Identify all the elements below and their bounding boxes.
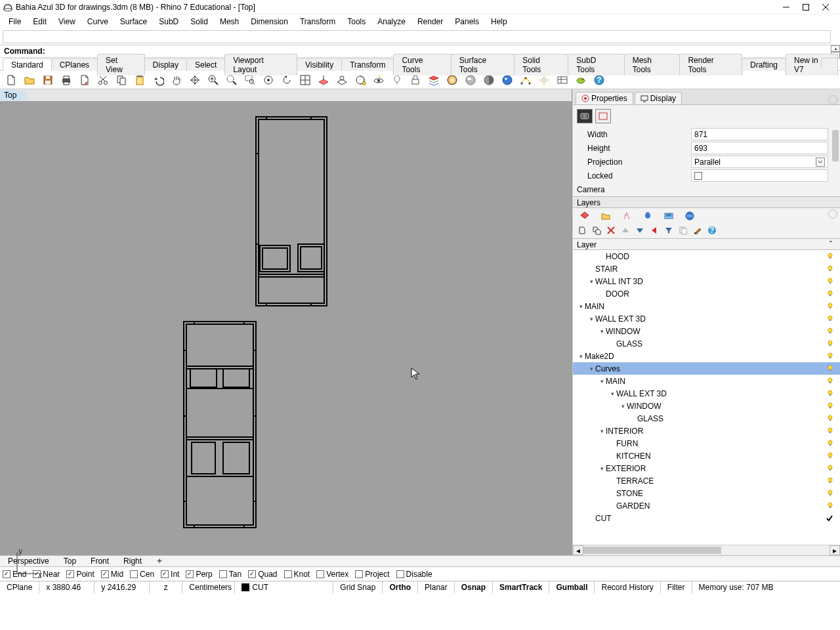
osnap-mid[interactable]: Mid <box>101 570 123 579</box>
checkbox-icon[interactable] <box>161 570 169 578</box>
lightbulb-icon[interactable] <box>827 464 833 473</box>
movedown-icon[interactable] <box>635 225 645 236</box>
lightbulb-icon[interactable] <box>827 439 833 448</box>
layer-row[interactable]: ▾WALL EXT 3D <box>573 312 840 325</box>
layer-row[interactable]: ▾MAIN <box>573 300 840 312</box>
layer-row[interactable]: DOOR <box>573 287 840 300</box>
tab-viewportlayout[interactable]: Viewport Layout <box>224 54 297 75</box>
osnap-int[interactable]: Int <box>161 570 179 579</box>
new-icon[interactable] <box>4 73 18 87</box>
viewport-properties-icon[interactable] <box>577 109 593 123</box>
menu-surface[interactable]: Surface <box>114 16 153 28</box>
osnap-vertex[interactable]: Vertex <box>316 570 348 579</box>
tab-solidtools[interactable]: Solid Tools <box>514 54 568 75</box>
checkbox-icon[interactable] <box>396 570 404 578</box>
status-gumball[interactable]: Gumball <box>549 581 595 593</box>
4view-icon[interactable] <box>298 73 312 87</box>
viewtab-top[interactable]: Top <box>58 556 81 566</box>
checkbox-icon[interactable] <box>186 570 194 578</box>
viewport-dropdown-icon[interactable] <box>19 91 27 99</box>
prop-projection-select[interactable]: Parallel <box>691 156 828 168</box>
tab-cplanes[interactable]: CPlanes <box>51 58 98 71</box>
layer-row[interactable]: ▾Make2D <box>573 350 840 362</box>
checkbox-icon[interactable] <box>284 570 292 578</box>
twisty-icon[interactable]: ▾ <box>598 428 606 434</box>
named-view-icon[interactable] <box>353 73 368 87</box>
filter-icon[interactable] <box>663 225 674 236</box>
viewtab-front[interactable]: Front <box>85 556 114 566</box>
panel-options-icon[interactable] <box>828 95 837 104</box>
panel-tab-properties[interactable]: Properties <box>576 92 633 104</box>
worksession-icon[interactable] <box>77 73 92 87</box>
lightbulb-icon[interactable] <box>827 327 833 336</box>
lightbulb-icon[interactable] <box>827 252 833 261</box>
layers-list[interactable]: HOODSTAIR▾WALL INT 3DDOOR▾MAIN▾WALL EXT … <box>573 250 840 545</box>
osnap-project[interactable]: Project <box>355 570 389 579</box>
layer-row[interactable]: STAIR <box>573 262 840 275</box>
copy-layer-icon[interactable] <box>678 225 688 236</box>
twisty-icon[interactable]: ▾ <box>587 316 595 322</box>
menu-help[interactable]: Help <box>485 16 513 28</box>
menu-edit[interactable]: Edit <box>27 16 52 28</box>
menu-transform[interactable]: Transform <box>294 16 341 28</box>
gear-icon[interactable] <box>821 58 838 68</box>
menu-file[interactable]: File <box>3 16 27 28</box>
tab-visibility[interactable]: Visibility <box>297 58 342 71</box>
twisty-icon[interactable]: ▾ <box>598 328 606 335</box>
layer-material-icon[interactable] <box>621 211 632 221</box>
osnap-perp[interactable]: Perp <box>186 570 212 579</box>
status-cplane[interactable]: CPlane <box>0 581 39 593</box>
command-history[interactable] <box>3 30 831 43</box>
pan-icon[interactable] <box>169 73 184 87</box>
menu-tools[interactable]: Tools <box>341 16 371 28</box>
scroll-right-icon[interactable]: ▸ <box>830 545 840 555</box>
layer-row[interactable]: KITCHEN <box>573 450 840 462</box>
status-filter[interactable]: Filter <box>661 581 692 593</box>
tab-display[interactable]: Display <box>144 58 187 71</box>
twisty-icon[interactable]: ▾ <box>598 465 606 472</box>
checkbox-icon[interactable] <box>101 570 109 578</box>
lightbulb-icon[interactable] <box>827 314 833 324</box>
status-record[interactable]: Record History <box>595 581 660 593</box>
osnap-disable[interactable]: Disable <box>396 570 432 579</box>
lightbulb-icon[interactable] <box>827 377 833 386</box>
lightbulb-icon[interactable] <box>827 427 833 436</box>
checkbox-icon[interactable] <box>355 570 363 578</box>
layer-row[interactable]: GLASS <box>573 337 840 350</box>
checkbox-icon[interactable] <box>66 570 74 578</box>
osnap-quad[interactable]: Quad <box>248 570 277 579</box>
tab-surfacetools[interactable]: Surface Tools <box>451 54 515 75</box>
tab-rendertools[interactable]: Render Tools <box>679 54 742 75</box>
layer-row[interactable]: ▾WINDOW <box>573 400 840 412</box>
lightbulb-icon[interactable] <box>827 452 833 461</box>
lightbulb-icon[interactable] <box>827 501 833 511</box>
checkbox-icon[interactable] <box>3 570 10 578</box>
checkbox-icon[interactable] <box>248 570 256 578</box>
lightbulb-icon[interactable] <box>827 277 833 286</box>
lightbulb-icon[interactable] <box>827 364 833 373</box>
lightbulb-icon[interactable] <box>827 264 833 274</box>
menu-subd[interactable]: SubD <box>153 16 184 28</box>
lightbulb-icon[interactable] <box>827 302 833 311</box>
twisty-icon[interactable]: ▾ <box>587 366 595 372</box>
twisty-icon[interactable]: ▾ <box>577 353 585 360</box>
menu-panels[interactable]: Panels <box>449 16 485 28</box>
tools-layer-icon[interactable] <box>692 225 703 236</box>
layers-column-header[interactable]: Layer <box>577 240 830 248</box>
tab-drafting[interactable]: Drafting <box>742 58 786 71</box>
viewport-name[interactable]: Top <box>0 90 20 100</box>
tab-subdtools[interactable]: SubD Tools <box>568 54 624 75</box>
object-properties-icon[interactable] <box>595 109 611 123</box>
layer-row[interactable]: GARDEN <box>573 499 840 512</box>
osnap-tan[interactable]: Tan <box>219 570 242 579</box>
lightbulb-icon[interactable] <box>827 476 833 486</box>
layer-row[interactable]: ▾INTERIOR <box>573 425 840 437</box>
new-layer-icon[interactable] <box>577 225 587 236</box>
lightbulb-icon[interactable] <box>827 389 833 398</box>
scroll-left-icon[interactable]: ◂ <box>573 545 583 555</box>
layer-row[interactable]: TERRACE <box>573 474 840 487</box>
layer-row[interactable]: STONE <box>573 487 840 499</box>
maximize-button[interactable] <box>802 3 810 11</box>
twisty-icon[interactable]: ▾ <box>598 378 606 385</box>
status-planar[interactable]: Planar <box>418 581 455 593</box>
